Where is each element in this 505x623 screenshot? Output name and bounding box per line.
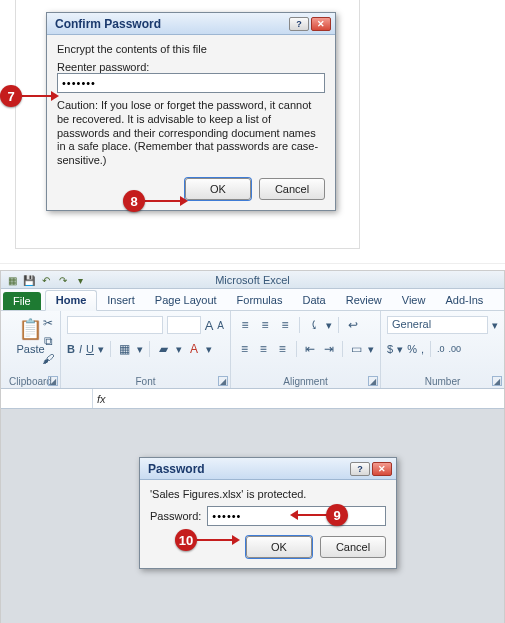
- underline-menu-icon[interactable]: ▾: [98, 343, 104, 356]
- increase-indent-icon[interactable]: ⇥: [321, 341, 336, 357]
- tab-file[interactable]: File: [3, 292, 41, 310]
- fill-color-menu-icon[interactable]: ▾: [176, 343, 182, 356]
- close-icon[interactable]: ✕: [311, 17, 331, 31]
- callout-7-arrow: [22, 95, 56, 97]
- qat-customize-icon[interactable]: ▾: [73, 273, 87, 287]
- grow-font-icon[interactable]: A: [205, 318, 214, 333]
- group-label-alignment: Alignment: [231, 376, 380, 387]
- shrink-font-icon[interactable]: A: [217, 320, 224, 331]
- align-center-icon[interactable]: ≡: [256, 341, 271, 357]
- font-dialog-launcher-icon[interactable]: ◢: [218, 376, 228, 386]
- callout-9: 9: [326, 504, 348, 526]
- underline-button[interactable]: U: [86, 343, 94, 355]
- cut-icon[interactable]: ✂: [40, 315, 56, 331]
- fx-icon[interactable]: fx: [97, 393, 106, 405]
- tab-addins[interactable]: Add-Ins: [435, 291, 493, 310]
- close-icon[interactable]: ✕: [372, 462, 392, 476]
- wrap-text-icon[interactable]: ↩: [345, 317, 361, 333]
- group-alignment: ≡ ≡ ≡ ⤹ ▾ ↩ ≡ ≡ ≡ ⇤ ⇥ ▭ ▾ Alignment: [231, 311, 381, 388]
- encrypt-caption: Encrypt the contents of this file: [57, 43, 325, 55]
- help-icon[interactable]: ?: [289, 17, 309, 31]
- tab-page-layout[interactable]: Page Layout: [145, 291, 227, 310]
- callout-7: 7: [0, 85, 22, 107]
- merge-center-icon[interactable]: ▭: [349, 341, 364, 357]
- fill-color-icon[interactable]: ▰: [156, 341, 172, 357]
- app-title: Microsoft Excel: [215, 274, 290, 286]
- tab-data[interactable]: Data: [292, 291, 335, 310]
- tab-formulas[interactable]: Formulas: [227, 291, 293, 310]
- group-label-number: Number: [381, 376, 504, 387]
- dialog-titlebar[interactable]: Password ? ✕: [140, 458, 396, 480]
- ribbon: 📋 Paste ✂ ⧉ 🖌 Clipboard ◢ A A B I U: [1, 311, 504, 389]
- tab-insert[interactable]: Insert: [97, 291, 145, 310]
- ok-button[interactable]: OK: [246, 536, 312, 558]
- copy-icon[interactable]: ⧉: [40, 333, 56, 349]
- number-format-combo[interactable]: General: [387, 316, 488, 334]
- align-left-icon[interactable]: ≡: [237, 341, 252, 357]
- confirm-password-dialog: Confirm Password ? ✕ Encrypt the content…: [46, 12, 336, 211]
- currency-menu-icon[interactable]: ▾: [397, 343, 403, 356]
- clipboard-dialog-launcher-icon[interactable]: ◢: [48, 376, 58, 386]
- password-label: Password:: [150, 510, 201, 522]
- ok-button[interactable]: OK: [185, 178, 251, 200]
- reenter-password-label: Reenter password:: [57, 61, 325, 73]
- callout-10-arrow: [197, 539, 237, 541]
- group-clipboard: 📋 Paste ✂ ⧉ 🖌 Clipboard ◢: [1, 311, 61, 388]
- alignment-dialog-launcher-icon[interactable]: ◢: [368, 376, 378, 386]
- help-icon[interactable]: ?: [350, 462, 370, 476]
- redo-icon[interactable]: ↷: [56, 273, 70, 287]
- callout-10: 10: [175, 529, 197, 551]
- orientation-icon[interactable]: ⤹: [306, 317, 322, 333]
- tab-home[interactable]: Home: [45, 290, 98, 311]
- protected-message: 'Sales Figures.xlsx' is protected.: [150, 488, 386, 500]
- decrease-decimal-icon[interactable]: .00: [448, 344, 461, 354]
- cancel-button[interactable]: Cancel: [320, 536, 386, 558]
- percent-button[interactable]: %: [407, 343, 417, 355]
- group-font: A A B I U ▾ ▦ ▾ ▰ ▾ A ▾ Font ◢: [61, 311, 231, 388]
- font-color-icon[interactable]: A: [186, 341, 202, 357]
- save-icon[interactable]: 💾: [22, 273, 36, 287]
- formula-bar: fx: [1, 389, 504, 409]
- reenter-password-input[interactable]: [57, 73, 325, 93]
- formula-input[interactable]: [110, 391, 490, 407]
- callout-9-arrow: [293, 514, 327, 516]
- align-middle-icon[interactable]: ≡: [257, 317, 273, 333]
- group-label-font: Font: [61, 376, 230, 387]
- font-size-combo[interactable]: [167, 316, 201, 334]
- dialog-title: Confirm Password: [55, 17, 161, 31]
- group-number: General ▾ $ ▾ % , .0 .00 Number ◢: [381, 311, 504, 388]
- caution-text: Caution: If you lose or forget the passw…: [57, 99, 325, 168]
- tab-review[interactable]: Review: [336, 291, 392, 310]
- name-box[interactable]: [1, 389, 93, 408]
- dialog-title: Password: [148, 462, 205, 476]
- orientation-menu-icon[interactable]: ▾: [326, 319, 332, 332]
- font-name-combo[interactable]: [67, 316, 163, 334]
- merge-menu-icon[interactable]: ▾: [368, 343, 374, 356]
- font-color-menu-icon[interactable]: ▾: [206, 343, 212, 356]
- cancel-button[interactable]: Cancel: [259, 178, 325, 200]
- number-format-menu-icon[interactable]: ▾: [492, 319, 498, 332]
- bold-button[interactable]: B: [67, 343, 75, 355]
- tab-view[interactable]: View: [392, 291, 436, 310]
- format-painter-icon[interactable]: 🖌: [40, 351, 56, 367]
- number-dialog-launcher-icon[interactable]: ◢: [492, 376, 502, 386]
- comma-button[interactable]: ,: [421, 343, 424, 355]
- screenshot-confirm-password: 7 Confirm Password ? ✕ Encrypt the conte…: [0, 0, 505, 264]
- callout-8-arrow: [145, 200, 185, 202]
- ribbon-tabs: File Home Insert Page Layout Formulas Da…: [1, 289, 504, 311]
- worksheet-area: Password ? ✕ 'Sales Figures.xlsx' is pro…: [1, 409, 504, 623]
- password-dialog: Password ? ✕ 'Sales Figures.xlsx' is pro…: [139, 457, 397, 569]
- borders-icon[interactable]: ▦: [117, 341, 133, 357]
- dialog-titlebar[interactable]: Confirm Password ? ✕: [47, 13, 335, 35]
- decrease-indent-icon[interactable]: ⇤: [303, 341, 318, 357]
- align-top-icon[interactable]: ≡: [237, 317, 253, 333]
- excel-icon: ▦: [5, 273, 19, 287]
- borders-menu-icon[interactable]: ▾: [137, 343, 143, 356]
- number-format-value: General: [392, 318, 431, 330]
- undo-icon[interactable]: ↶: [39, 273, 53, 287]
- currency-button[interactable]: $: [387, 343, 393, 355]
- italic-button[interactable]: I: [79, 343, 82, 355]
- align-right-icon[interactable]: ≡: [275, 341, 290, 357]
- increase-decimal-icon[interactable]: .0: [437, 344, 445, 354]
- align-bottom-icon[interactable]: ≡: [277, 317, 293, 333]
